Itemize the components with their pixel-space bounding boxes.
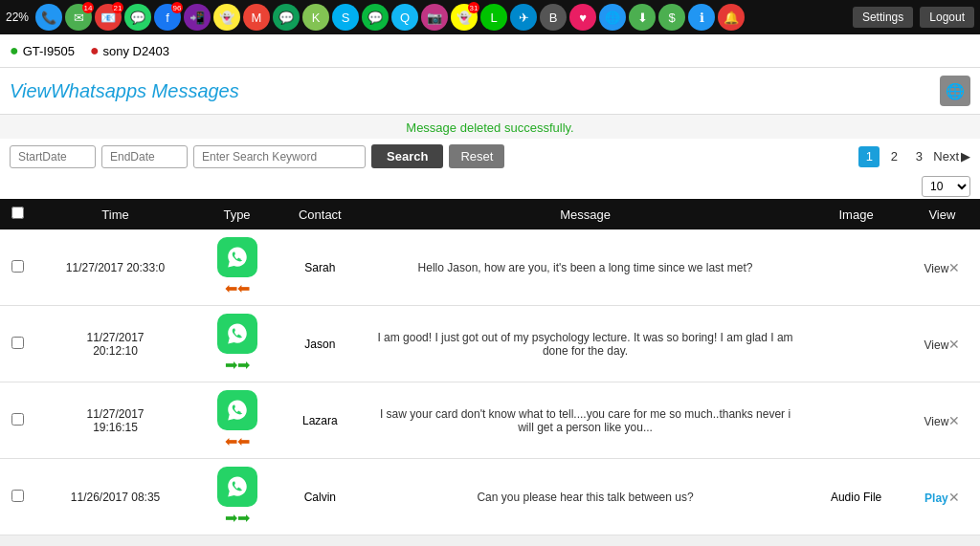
end-date-input[interactable]	[101, 145, 188, 168]
download-icon[interactable]: ⬇	[629, 4, 656, 31]
table-row: 11/27/2017 20:33:0⬅⬅SarahHello Jason, ho…	[0, 229, 980, 306]
globe-icon2[interactable]: 🌐	[599, 4, 626, 31]
reset-button[interactable]: Reset	[449, 144, 504, 168]
gmail-icon[interactable]: M	[243, 4, 270, 31]
direction-arrow-icon: ⬅⬅	[206, 279, 268, 297]
row-checkbox[interactable]	[11, 337, 24, 349]
delete-button[interactable]: ✕	[948, 413, 960, 428]
settings-button[interactable]: Settings	[853, 7, 913, 28]
skype-icon[interactable]: S	[332, 4, 359, 31]
row-contact: Jason	[278, 306, 363, 382]
device-tab-gt[interactable]: ● GT-I9505	[10, 42, 75, 59]
row-checkbox-cell	[0, 306, 34, 382]
snapchat2-icon[interactable]: 👻	[213, 4, 240, 31]
whatsapp-type-icon	[217, 467, 257, 507]
start-date-input[interactable]	[10, 145, 96, 168]
page-3[interactable]: 3	[908, 146, 929, 167]
delete-button[interactable]: ✕	[948, 337, 960, 352]
row-time: 11/27/2017 19:16:15	[34, 382, 196, 459]
row-time: 11/26/2017 08:35	[34, 459, 196, 535]
qq-icon[interactable]: Q	[391, 4, 418, 31]
delete-button[interactable]: ✕	[948, 490, 960, 505]
email-icon[interactable]: 📧21	[95, 4, 122, 31]
play-link[interactable]: Play	[924, 491, 948, 505]
row-message: I am good! I just got out of my psycholo…	[363, 306, 809, 382]
perpage-select[interactable]: 102550100	[922, 176, 970, 197]
hangouts-icon[interactable]: 💬	[273, 4, 300, 31]
row-checkbox-cell	[0, 382, 34, 459]
page-1[interactable]: 1	[858, 146, 880, 167]
delete-button[interactable]: ✕	[948, 260, 960, 275]
page-2[interactable]: 2	[883, 146, 904, 167]
topbar: 22% 📞✉14📧21💬f96📲👻M💬KS💬Q📷👻31L✈B♥🌐⬇$ℹ🔔 Set…	[0, 0, 980, 34]
battery-indicator: 22%	[6, 11, 29, 24]
dollar-icon[interactable]: $	[658, 4, 685, 31]
row-type: ➡➡	[196, 306, 278, 382]
device-tabs: ● GT-I9505 ● sony D2403	[0, 34, 980, 68]
phone-icon[interactable]: 📞	[35, 4, 62, 31]
row-type: ⬅⬅	[196, 382, 278, 459]
instagram-icon[interactable]: 📷	[421, 4, 448, 31]
row-checkbox[interactable]	[11, 413, 24, 426]
row-message: Hello Jason, how are you, it's been a lo…	[363, 229, 809, 306]
facebook-icon[interactable]: f96	[154, 4, 181, 31]
table-row: 11/27/2017 20:12:10➡➡JasonI am good! I j…	[0, 306, 980, 382]
message-icon[interactable]: ✉14	[65, 4, 92, 31]
col-view: View	[904, 199, 980, 229]
line-icon[interactable]: L	[480, 4, 507, 31]
row-image: Audio File	[808, 459, 903, 535]
logout-button[interactable]: Logout	[920, 7, 974, 28]
next-arrow-icon: ▶	[961, 149, 970, 164]
bbm-icon[interactable]: B	[540, 4, 567, 31]
select-all-checkbox[interactable]	[11, 207, 24, 219]
row-contact: Calvin	[278, 459, 363, 535]
table-row: 11/27/2017 19:16:15⬅⬅LazaraI saw your ca…	[0, 382, 980, 459]
device-label-gt: GT-I9505	[23, 44, 75, 58]
globe-button[interactable]: 🌐	[940, 76, 970, 106]
device-tab-sony[interactable]: ● sony D2403	[90, 42, 169, 59]
bell-icon[interactable]: 🔔	[718, 4, 745, 31]
row-time: 11/27/2017 20:33:0	[34, 229, 196, 306]
telegram-icon[interactable]: ✈	[510, 4, 537, 31]
table-row: 11/26/2017 08:35➡➡CalvinCan you please h…	[0, 459, 980, 535]
col-message: Message	[363, 199, 809, 229]
col-contact: Contact	[278, 199, 363, 229]
row-image	[808, 229, 903, 306]
row-type: ➡➡	[196, 459, 278, 535]
row-message: I saw your card don't know what to tell.…	[363, 382, 809, 459]
next-button[interactable]: Next ▶	[933, 149, 970, 164]
whatsapp-icon[interactable]: 💬	[124, 4, 151, 31]
kik-icon[interactable]: K	[302, 4, 329, 31]
view-link[interactable]: View	[924, 339, 949, 352]
viber-icon[interactable]: 📲	[184, 4, 211, 31]
row-checkbox[interactable]	[11, 490, 24, 502]
search-keyword-input[interactable]	[193, 145, 366, 168]
app2-icon[interactable]: ♥	[569, 4, 596, 31]
info-icon[interactable]: ℹ	[688, 4, 715, 31]
row-image	[808, 306, 903, 382]
col-type: Type	[196, 199, 278, 229]
row-action-cell: Play✕	[904, 459, 980, 535]
title-bar: ViewWhatsapps Messages 🌐	[0, 68, 980, 115]
row-checkbox[interactable]	[11, 260, 24, 273]
snapchat-icon[interactable]: 👻31	[451, 4, 478, 31]
row-type: ⬅⬅	[196, 229, 278, 306]
row-time: 11/27/2017 20:12:10	[34, 306, 196, 382]
whatsapp-type-icon	[217, 390, 257, 430]
view-link[interactable]: View	[924, 415, 949, 428]
wechat-icon[interactable]: 💬	[362, 4, 389, 31]
row-action-cell: View✕	[904, 382, 980, 459]
row-contact: Lazara	[278, 382, 363, 459]
col-image: Image	[808, 199, 903, 229]
topbar-icons: 📞✉14📧21💬f96📲👻M💬KS💬Q📷👻31L✈B♥🌐⬇$ℹ🔔	[35, 4, 745, 31]
main-content: Message deleted successfully. Search Res…	[0, 115, 980, 535]
direction-arrow-icon: ➡➡	[206, 356, 268, 374]
dot-red-icon: ●	[90, 42, 100, 59]
row-image	[808, 382, 903, 459]
table-body: 11/27/2017 20:33:0⬅⬅SarahHello Jason, ho…	[0, 229, 980, 535]
row-contact: Sarah	[278, 229, 363, 306]
view-link[interactable]: View	[924, 262, 949, 275]
pagination: 1 2 3 Next ▶	[858, 146, 970, 167]
search-button[interactable]: Search	[371, 144, 443, 168]
row-action-cell: View✕	[904, 229, 980, 306]
